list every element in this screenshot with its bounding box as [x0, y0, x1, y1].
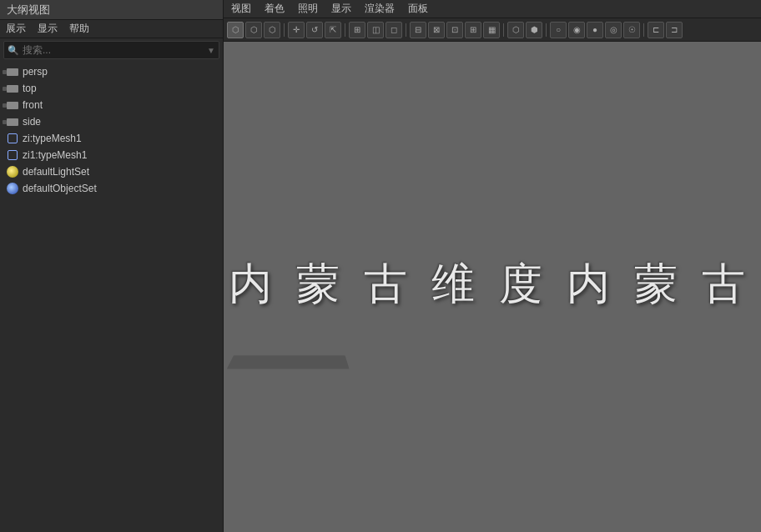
menu-show[interactable]: 展示: [3, 21, 28, 37]
toolbar-separator: [643, 23, 644, 37]
toolbar-btn-move[interactable]: ✛: [288, 22, 305, 38]
objectset-icon: [5, 183, 20, 194]
outliner-item-defaultObjectSet[interactable]: defaultObjectSet: [0, 180, 223, 197]
main-viewport: 视图着色照明显示渲染器面板 ⬡⬡⬡✛↺⇱⊞◫◻⊟⊠⊡⊞▦⬡⬢○◉●◎☉⊏⊐ 内 …: [224, 0, 761, 532]
vp-menu-3[interactable]: 显示: [329, 1, 354, 17]
toolbar-btn-paint[interactable]: ⬡: [264, 22, 280, 38]
mesh-icon: [5, 133, 20, 144]
toolbar-btn-t4[interactable]: ⊞: [465, 22, 481, 38]
outliner-item-persp[interactable]: persp: [0, 63, 223, 80]
outliner-item-top[interactable]: top: [0, 80, 223, 97]
toolbar-btn-scale[interactable]: ⇱: [325, 22, 341, 38]
toolbar-btn-t11[interactable]: ◎: [605, 22, 622, 38]
camera-icon: [5, 83, 20, 94]
toolbar-separator: [406, 23, 406, 37]
vp-menu-1[interactable]: 着色: [262, 1, 287, 17]
toolbar-separator: [345, 23, 345, 37]
toolbar-btn-t13[interactable]: ⊏: [648, 22, 664, 38]
viewport-menubar: 视图着色照明显示渲染器面板: [224, 0, 761, 18]
toolbar-btn-cam[interactable]: ◫: [367, 22, 384, 38]
camera-icon: [5, 99, 20, 111]
vp-menu-5[interactable]: 面板: [406, 1, 431, 17]
toolbar-btn-t2[interactable]: ⊠: [428, 22, 445, 38]
outliner-item-label: zi1:typeMesh1: [23, 149, 87, 161]
outliner-item-zi1-typemesh1[interactable]: zi1:typeMesh1: [0, 147, 223, 163]
vp-menu-0[interactable]: 视图: [229, 1, 254, 17]
toolbar-btn-grid[interactable]: ⊞: [349, 22, 365, 38]
toolbar-separator: [503, 23, 504, 37]
toolbar-btn-t9[interactable]: ◉: [568, 22, 585, 38]
outliner-item-label: front: [23, 99, 43, 111]
toolbar-btn-t7[interactable]: ⬢: [526, 22, 542, 38]
search-bar: 🔍 ▼: [3, 41, 219, 59]
toolbar-btn-box[interactable]: ◻: [386, 22, 402, 38]
toolbar-btn-t12[interactable]: ☉: [623, 22, 640, 38]
toolbar-btn-t1[interactable]: ⊟: [410, 22, 426, 38]
outliner-item-label: side: [23, 116, 41, 128]
toolbar-btn-t5[interactable]: ▦: [483, 22, 500, 38]
camera-icon: [5, 66, 20, 78]
viewport-toolbar: ⬡⬡⬡✛↺⇱⊞◫◻⊟⊠⊡⊞▦⬡⬢○◉●◎☉⊏⊐: [224, 18, 761, 42]
toolbar-btn-t10[interactable]: ●: [587, 22, 603, 38]
mesh-icon: [5, 149, 20, 161]
outliner-item-label: zi:typeMesh1: [23, 133, 82, 144]
menu-display[interactable]: 显示: [35, 21, 60, 37]
outliner-item-defaultLightSet[interactable]: defaultLightSet: [0, 163, 223, 180]
outliner-item-label: defaultLightSet: [23, 166, 89, 178]
vp-menu-4[interactable]: 渲染器: [362, 1, 397, 17]
outliner-panel: 大纲视图 展示 显示 帮助 🔍 ▼ persptopfrontsidezi:ty…: [0, 0, 224, 532]
outliner-item-front[interactable]: front: [0, 97, 223, 113]
ground-plane-object: [227, 355, 350, 369]
menu-help[interactable]: 帮助: [67, 21, 92, 37]
outliner-item-label: persp: [23, 66, 48, 78]
toolbar-btn-t6[interactable]: ⬡: [507, 22, 524, 38]
outliner-item-label: defaultObjectSet: [23, 183, 97, 194]
outliner-list: persptopfrontsidezi:typeMesh1zi1:typeMes…: [0, 62, 223, 532]
search-icon: 🔍: [8, 45, 19, 56]
camera-icon: [5, 116, 20, 128]
toolbar-separator: [284, 23, 285, 37]
panel-title: 大纲视图: [0, 0, 223, 20]
toolbar-btn-t3[interactable]: ⊡: [446, 22, 463, 38]
left-menu-bar: 展示 显示 帮助: [0, 20, 223, 38]
search-input[interactable]: [23, 44, 189, 56]
toolbar-btn-rotate[interactable]: ↺: [306, 22, 323, 38]
vp-menu-2[interactable]: 照明: [295, 1, 320, 17]
viewport-3d-text: 内 蒙 古 维 度 内 蒙 古 维 度: [229, 255, 761, 314]
toolbar-btn-t8[interactable]: ○: [550, 22, 567, 38]
lightset-icon: [5, 166, 20, 178]
search-dropdown-arrow[interactable]: ▼: [207, 46, 215, 55]
outliner-item-label: top: [23, 83, 37, 94]
viewport-canvas[interactable]: 内 蒙 古 维 度 内 蒙 古 维 度: [224, 42, 761, 532]
outliner-item-zi-typemesh1[interactable]: zi:typeMesh1: [0, 130, 223, 147]
outliner-item-side[interactable]: side: [0, 113, 223, 130]
toolbar-btn-lasso[interactable]: ⬡: [245, 22, 262, 38]
toolbar-btn-t14[interactable]: ⊐: [666, 22, 683, 38]
toolbar-btn-select[interactable]: ⬡: [227, 22, 244, 38]
toolbar-separator: [546, 23, 547, 37]
